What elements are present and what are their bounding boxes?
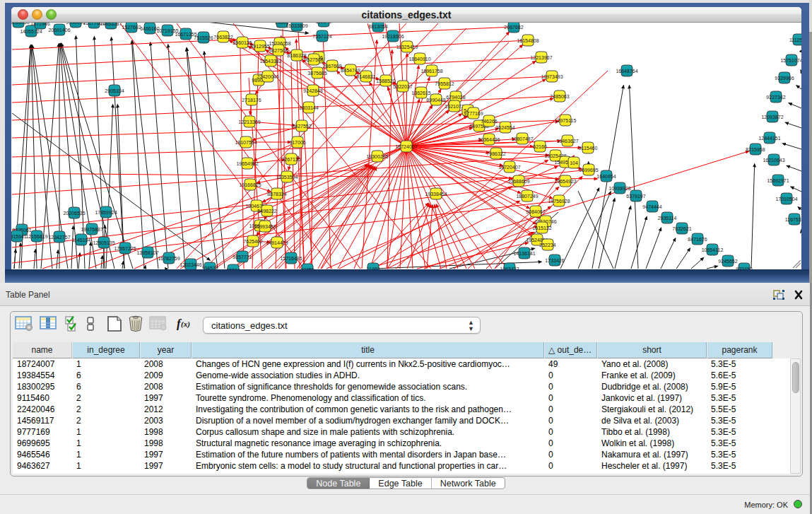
- svg-text:11460: 11460: [367, 267, 380, 270]
- svg-text:20364436: 20364436: [478, 137, 500, 142]
- svg-text:18807249: 18807249: [516, 194, 538, 199]
- svg-text:19756928: 19756928: [548, 199, 570, 204]
- svg-text:9115460: 9115460: [579, 146, 598, 151]
- svg-text:1615132: 1615132: [532, 226, 551, 230]
- svg-text:1362615: 1362615: [411, 90, 430, 95]
- svg-text:1145194: 1145194: [72, 238, 91, 243]
- svg-text:5498222: 5498222: [257, 209, 276, 214]
- svg-text:8813054: 8813054: [368, 24, 387, 29]
- svg-text:9474444: 9474444: [642, 204, 661, 209]
- svg-text:7955812: 7955812: [435, 81, 454, 86]
- svg-text:7625402: 7625402: [243, 239, 262, 244]
- svg-text:8912955: 8912955: [250, 44, 269, 49]
- svg-text:12505135: 12505135: [93, 240, 114, 245]
- svg-text:3267130: 3267130: [281, 157, 300, 162]
- svg-text:16543382: 16543382: [259, 59, 281, 64]
- svg-text:1621072: 1621072: [445, 104, 464, 109]
- svg-text:16961758: 16961758: [420, 69, 442, 74]
- svg-text:1640954: 1640954: [596, 174, 616, 179]
- svg-text:104: 104: [570, 160, 578, 165]
- svg-text:12093872: 12093872: [761, 115, 783, 119]
- svg-text:(x): (x): [181, 320, 190, 329]
- svg-text:7515526: 7515526: [194, 35, 213, 40]
- svg-text:11325419: 11325419: [396, 45, 418, 49]
- svg-text:92450: 92450: [300, 267, 314, 270]
- svg-text:2935114: 2935114: [658, 216, 677, 221]
- svg-text:16154808: 16154808: [517, 38, 539, 43]
- svg-text:19463627: 19463627: [556, 139, 578, 144]
- svg-text:14914479: 14914479: [266, 240, 288, 245]
- svg-text:16782759: 16782759: [158, 256, 180, 261]
- svg-text:9329966: 9329966: [775, 76, 794, 81]
- svg-text:10688609: 10688609: [507, 179, 529, 184]
- svg-text:14055724: 14055724: [20, 29, 42, 34]
- svg-text:18640910: 18640910: [408, 57, 430, 62]
- svg-text:19654982: 19654982: [236, 161, 258, 166]
- svg-text:22420046: 22420046: [257, 74, 278, 79]
- svg-text:20206535: 20206535: [63, 211, 85, 216]
- svg-text:104521: 104521: [201, 266, 218, 270]
- svg-text:17957225: 17957225: [114, 246, 136, 251]
- svg-text:10938928: 10938928: [608, 186, 630, 191]
- svg-text:3875685: 3875685: [307, 71, 326, 76]
- svg-text:9699695: 9699695: [579, 168, 598, 173]
- svg-text:7663822: 7663822: [213, 35, 233, 40]
- svg-text:12023446: 12023446: [180, 262, 201, 267]
- svg-text:1527602: 1527602: [122, 25, 141, 30]
- svg-text:7986322: 7986322: [486, 151, 505, 156]
- svg-text:14136141: 14136141: [513, 251, 535, 256]
- svg-text:9857771: 9857771: [233, 255, 252, 259]
- svg-text:17859924: 17859924: [95, 210, 117, 215]
- svg-text:12213967: 12213967: [530, 55, 552, 60]
- svg-text:8960125: 8960125: [233, 40, 252, 45]
- svg-text:10993489: 10993489: [254, 224, 276, 229]
- svg-text:19218506: 19218506: [382, 34, 404, 39]
- svg-text:12156819: 12156819: [25, 234, 47, 239]
- svg-text:16210643: 16210643: [763, 158, 784, 163]
- svg-text:9242848: 9242848: [303, 88, 322, 93]
- svg-text:12213369: 12213369: [238, 119, 260, 124]
- svg-text:11353594: 11353594: [276, 175, 298, 180]
- svg-text:18107554: 18107554: [235, 140, 257, 145]
- svg-text:15751074: 15751074: [780, 58, 801, 63]
- svg-text:252234: 252234: [539, 243, 555, 247]
- svg-text:1112546: 1112546: [789, 37, 801, 42]
- svg-text:3915941: 3915941: [11, 234, 27, 239]
- svg-text:20864: 20864: [226, 268, 240, 270]
- svg-text:2867608: 2867608: [322, 64, 341, 69]
- svg-text:1588520: 1588520: [376, 78, 395, 83]
- svg-text:746266: 746266: [481, 119, 497, 124]
- svg-text:2803144: 2803144: [299, 105, 318, 110]
- svg-text:3624554: 3624554: [495, 125, 514, 130]
- svg-text:19975887: 19975887: [81, 227, 102, 232]
- svg-text:917006: 917006: [289, 140, 305, 145]
- svg-text:6794028: 6794028: [446, 95, 465, 100]
- svg-text:19166825: 19166825: [239, 182, 261, 187]
- svg-text:2718176: 2718176: [242, 98, 261, 103]
- svg-text:1167533: 1167533: [785, 217, 801, 222]
- svg-text:20691406: 20691406: [48, 28, 70, 33]
- svg-text:1063422: 1063422: [500, 267, 519, 270]
- svg-text:10973493: 10973493: [541, 74, 563, 79]
- svg-text:12444151: 12444151: [758, 136, 780, 141]
- svg-text:9245652: 9245652: [718, 259, 737, 264]
- svg-text:9777169: 9777169: [464, 111, 483, 116]
- svg-text:7485063: 7485063: [550, 94, 569, 99]
- svg-text:8990448: 8990448: [426, 98, 445, 103]
- svg-text:19338454: 19338454: [425, 192, 447, 197]
- svg-text:15720407: 15720407: [498, 165, 520, 170]
- svg-text:2087682: 2087682: [504, 25, 523, 30]
- svg-text:8215958: 8215958: [746, 147, 765, 152]
- svg-text:62160: 62160: [533, 144, 547, 149]
- svg-text:8471676: 8471676: [688, 237, 707, 242]
- svg-text:8878334: 8878334: [267, 192, 286, 197]
- svg-text:19654923: 19654923: [554, 179, 576, 184]
- svg-text:10807487: 10807487: [511, 136, 533, 141]
- svg-text:16033809: 16033809: [286, 23, 307, 28]
- svg-text:10654112: 10654112: [702, 247, 724, 252]
- svg-text:12342757: 12342757: [48, 235, 70, 240]
- svg-text:16648764: 16648764: [616, 69, 637, 74]
- svg-text:17010504: 17010504: [775, 197, 797, 201]
- svg-text:15716485: 15716485: [280, 256, 302, 261]
- svg-text:6379197: 6379197: [626, 194, 645, 199]
